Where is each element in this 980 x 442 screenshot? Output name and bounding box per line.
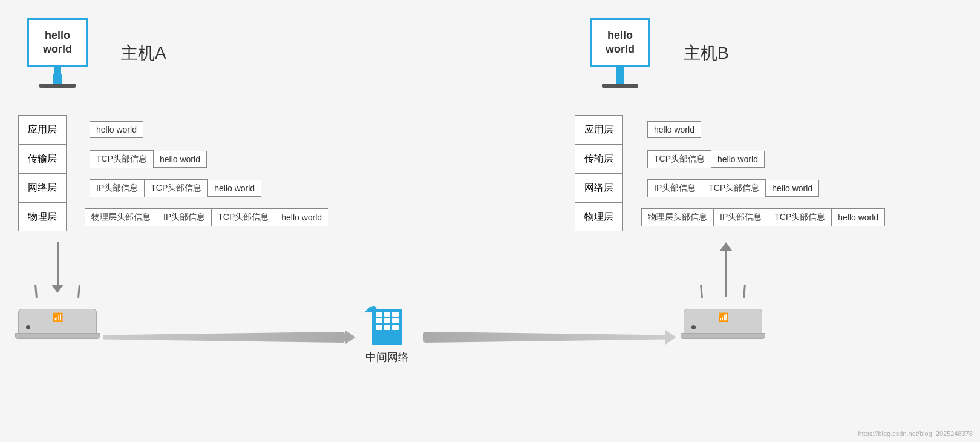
host-a-monitor: helloworld (18, 18, 97, 88)
host-a-label: 主机A (121, 42, 166, 65)
network-hello-a: hello world (208, 180, 261, 197)
network-hello-b: hello world (766, 180, 819, 197)
layer-app-a-label: 应用层 (28, 124, 57, 136)
network-tcp-header-b: TCP头部信息 (702, 179, 766, 197)
host-b-screen: helloworld (590, 18, 650, 67)
layer-app-b: 应用层 (575, 115, 623, 144)
router-box-a: 📶 (18, 309, 97, 334)
monitor-base-a (39, 84, 76, 88)
router-b-body: 📶 (684, 297, 762, 339)
monitor-neck-b (616, 67, 624, 74)
intermediate-network: ☁ 中间网络 (363, 297, 411, 364)
host-b-header: helloworld 主机B (581, 18, 729, 88)
arrow-up-b (720, 242, 732, 297)
layer-physical-b-label: 物理层 (584, 211, 613, 223)
win (392, 318, 399, 323)
path-line-a-cloud (103, 332, 345, 343)
layer-app-a: 应用层 (18, 115, 67, 144)
tcp-header-a: TCP头部信息 (90, 150, 154, 168)
router-a: 📶 (18, 297, 97, 339)
antenna-right-b (743, 285, 746, 298)
win (392, 325, 399, 330)
cloud-building-icon: ☁ (363, 297, 411, 345)
antenna-right-a (77, 285, 80, 298)
antenna-left-b (700, 285, 703, 298)
monitor-neck-a (54, 67, 61, 74)
host-b-physical-data: 物理层头部信息 IP头部信息 TCP头部信息 hello world (641, 208, 885, 226)
physical-hello-b: hello world (832, 209, 884, 225)
arrow-head-a-cloud (345, 330, 356, 345)
transport-hello-a: hello world (154, 151, 207, 168)
led-a (26, 325, 30, 329)
path-line-cloud-b (423, 332, 665, 343)
ip-header-b: IP头部信息 (647, 179, 702, 197)
cloud-symbol: ☁ (363, 297, 380, 317)
monitor-stand-a (53, 74, 62, 84)
win (376, 325, 382, 330)
host-b-layers: 应用层 传输层 网络层 物理层 (575, 115, 623, 231)
monitor-stand-b (616, 74, 624, 84)
host-b-app-data: hello world (647, 121, 701, 138)
layer-network-b-label: 网络层 (584, 182, 613, 194)
layer-transport-b-label: 传输层 (584, 153, 613, 165)
host-a-screen: helloworld (27, 18, 88, 67)
layer-physical-a-label: 物理层 (28, 211, 57, 223)
host-a-physical-data: 物理层头部信息 IP头部信息 TCP头部信息 hello world (85, 208, 328, 226)
win (384, 318, 391, 323)
arrow-a-to-cloud (103, 330, 363, 345)
host-b-transport-data: TCP头部信息 hello world (647, 150, 765, 168)
main-diagram: helloworld 主机A helloworld 主机B 应用层 传输层 网络… (0, 0, 980, 442)
host-a-header: helloworld 主机A (18, 18, 166, 88)
layer-network-a: 网络层 (18, 173, 67, 202)
layer-physical-b: 物理层 (575, 202, 623, 231)
layer-transport-a: 传输层 (18, 144, 67, 173)
layer-network-b: 网络层 (575, 173, 623, 202)
host-a-transport-data: TCP头部信息 hello world (90, 150, 207, 168)
arrow-cloud-to-b (423, 330, 684, 345)
host-a-app-data: hello world (90, 121, 143, 138)
network-tcp-header-a: TCP头部信息 (145, 179, 208, 197)
win (384, 312, 391, 317)
app-data-hello-b: hello world (647, 121, 701, 138)
router-a-body: 📶 (18, 297, 97, 339)
router-base-a (15, 333, 100, 339)
wifi-icon-a: 📶 (53, 312, 63, 322)
watermark: https://blog.csdn.net/blog_2025248378 (858, 430, 973, 437)
host-b-monitor: helloworld (581, 18, 659, 88)
app-data-hello-a: hello world (90, 121, 143, 138)
arrow-up-head-b (720, 242, 732, 251)
wifi-icon-b: 📶 (718, 312, 728, 322)
physical-tcp-header-b: TCP头部信息 (768, 209, 832, 226)
layer-physical-a: 物理层 (18, 202, 67, 231)
win (376, 318, 382, 323)
arrow-down-line-a (57, 242, 59, 285)
physical-ip-header-a: IP头部信息 (157, 209, 212, 226)
router-b: 📶 (684, 297, 762, 339)
arrow-head-cloud-b (665, 330, 676, 345)
layer-transport-b: 传输层 (575, 144, 623, 173)
led-b (691, 325, 696, 329)
arrow-down-a (51, 242, 64, 297)
antenna-left-a (34, 285, 38, 298)
monitor-base-b (602, 84, 638, 88)
win (392, 312, 399, 317)
layer-network-a-label: 网络层 (28, 182, 57, 194)
physical-hello-a: hello world (275, 209, 328, 225)
host-b-network-data: IP头部信息 TCP头部信息 hello world (647, 179, 819, 197)
host-a-layers: 应用层 传输层 网络层 物理层 (18, 115, 67, 231)
physical-ip-header-b: IP头部信息 (714, 209, 768, 226)
tcp-header-b: TCP头部信息 (647, 150, 711, 168)
layer-app-b-label: 应用层 (584, 124, 613, 136)
network-label: 中间网络 (365, 350, 409, 364)
physical-tcp-header-a: TCP头部信息 (212, 209, 275, 226)
host-a-network-data: IP头部信息 TCP头部信息 hello world (90, 179, 261, 197)
layer-transport-a-label: 传输层 (28, 153, 57, 165)
arrow-up-line-b (725, 251, 727, 297)
router-box-b: 📶 (684, 309, 762, 334)
arrow-down-head-a (51, 285, 64, 293)
phys-header-b: 物理层头部信息 (642, 209, 714, 226)
transport-hello-b: hello world (711, 151, 765, 168)
win (384, 325, 391, 330)
host-b-label: 主机B (684, 42, 729, 65)
phys-header-a: 物理层头部信息 (85, 209, 157, 226)
